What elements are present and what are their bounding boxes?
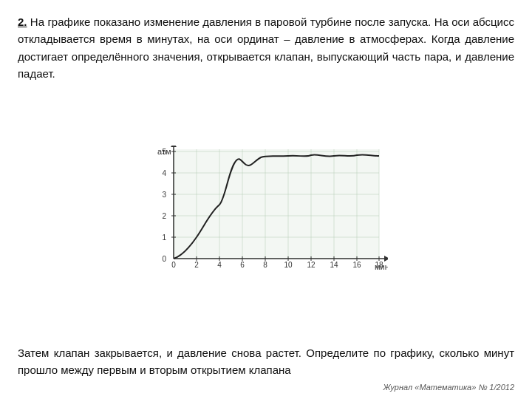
svg-rect-0 xyxy=(174,149,379,259)
svg-text:10: 10 xyxy=(284,261,293,269)
svg-text:4: 4 xyxy=(217,261,222,269)
page: 2. На графике показано изменение давлени… xyxy=(0,0,532,399)
svg-text:0: 0 xyxy=(171,261,176,269)
svg-marker-20 xyxy=(171,146,177,147)
chart-area: атм мин 0 1 2 3 4 5 0 2 4 6 8 10 12 14 1… xyxy=(18,89,514,335)
svg-text:6: 6 xyxy=(240,261,245,269)
svg-text:14: 14 xyxy=(330,261,338,269)
svg-text:5: 5 xyxy=(162,148,166,156)
problem-text: 2. На графике показано изменение давлени… xyxy=(18,13,514,82)
svg-text:12: 12 xyxy=(307,261,316,269)
svg-marker-19 xyxy=(384,256,388,262)
svg-text:2: 2 xyxy=(194,261,199,269)
footer: Журнал «Математика» № 1/2012 xyxy=(18,383,514,392)
svg-text:18: 18 xyxy=(375,261,383,269)
chart-container: атм мин 0 1 2 3 4 5 0 2 4 6 8 10 12 14 1… xyxy=(144,146,388,279)
svg-text:16: 16 xyxy=(352,261,361,269)
svg-text:1: 1 xyxy=(162,233,166,242)
chart-svg: атм мин 0 1 2 3 4 5 0 2 4 6 8 10 12 14 1… xyxy=(144,146,388,279)
svg-text:8: 8 xyxy=(263,261,267,269)
svg-text:4: 4 xyxy=(162,169,166,177)
problem-number: 2. xyxy=(18,16,27,28)
svg-text:3: 3 xyxy=(162,191,166,199)
svg-text:2: 2 xyxy=(162,212,166,220)
bottom-text: Затем клапан закрывается, и давление сно… xyxy=(18,344,514,379)
main-text: На графике показано изменение давления в… xyxy=(18,16,514,80)
svg-text:0: 0 xyxy=(162,255,166,263)
